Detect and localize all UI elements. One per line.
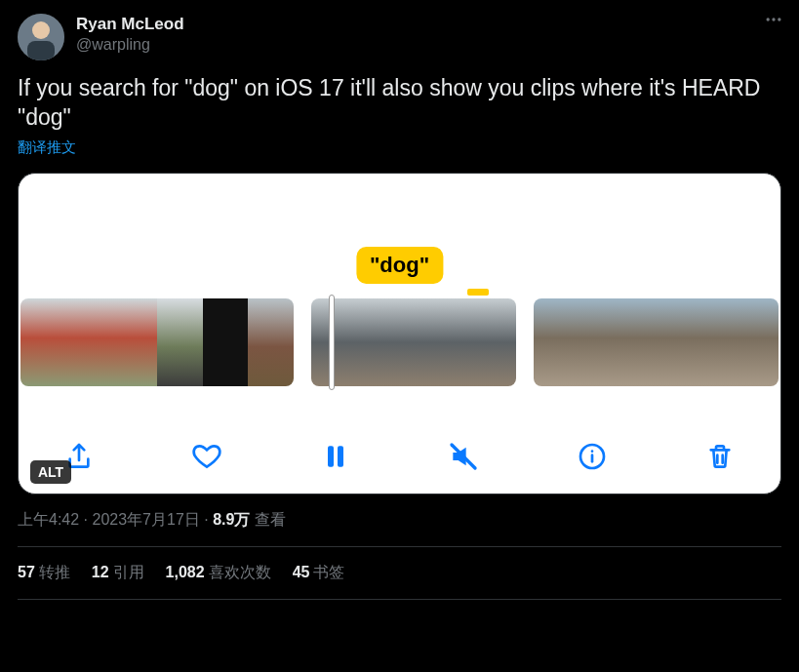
display-name: Ryan McLeod: [76, 14, 184, 35]
svg-rect-2: [27, 41, 55, 60]
more-icon[interactable]: [764, 10, 783, 34]
timeline-frame: [66, 298, 112, 386]
timeline-frame: [697, 298, 738, 386]
clip-group[interactable]: [311, 298, 516, 386]
svg-point-1: [32, 21, 50, 39]
svg-point-11: [590, 450, 593, 453]
timeline-frame: [575, 298, 616, 386]
tweet-meta: 上午4:42 · 2023年7月17日 · 8.9万 查看: [18, 510, 781, 547]
trash-icon[interactable]: [700, 437, 739, 476]
handle: @warpling: [76, 35, 184, 56]
clip-group[interactable]: [534, 298, 779, 386]
timeline-frame: [311, 298, 380, 386]
date[interactable]: 2023年7月17日: [92, 511, 199, 528]
caption-tooltip: "dog": [356, 247, 443, 284]
video-toolbar: [19, 437, 780, 476]
svg-rect-7: [338, 446, 343, 466]
video-timeline[interactable]: [19, 298, 780, 386]
info-icon[interactable]: [573, 437, 612, 476]
timeline-frame: [448, 298, 516, 386]
timeline-frame: [616, 298, 657, 386]
bookmarks-stat[interactable]: 45书签: [293, 563, 345, 583]
timeline-frame: [20, 298, 66, 386]
author-names[interactable]: Ryan McLeod @warpling: [76, 14, 184, 56]
avatar[interactable]: [18, 14, 64, 60]
caption-position-marker: [467, 289, 489, 296]
media-attachment[interactable]: "dog": [18, 173, 781, 494]
views-count[interactable]: 8.9万: [213, 511, 250, 528]
timeline-frame: [157, 298, 203, 386]
mute-icon[interactable]: [444, 437, 483, 476]
views-label: 查看: [255, 511, 286, 528]
alt-badge[interactable]: ALT: [30, 460, 71, 484]
tweet-container: Ryan McLeod @warpling If you search for …: [0, 0, 799, 600]
svg-rect-6: [328, 446, 334, 466]
timeline-frame: [656, 298, 697, 386]
timeline-frame: [738, 298, 779, 386]
likes-stat[interactable]: 1,082喜欢次数: [166, 563, 271, 583]
clip-group[interactable]: [20, 298, 294, 386]
pause-icon[interactable]: [316, 437, 355, 476]
timeline-frame: [203, 298, 249, 386]
timeline-frame: [534, 298, 575, 386]
reposts-stat[interactable]: 57转推: [18, 563, 70, 583]
tweet-header: Ryan McLeod @warpling: [18, 14, 781, 60]
svg-point-3: [767, 18, 770, 20]
translate-link[interactable]: 翻译推文: [18, 138, 781, 157]
timeline-frame: [380, 298, 448, 386]
timeline-frame: [111, 298, 157, 386]
svg-point-4: [772, 18, 775, 20]
tweet-stats: 57转推 12引用 1,082喜欢次数 45书签: [18, 547, 781, 600]
timeline-frame: [248, 298, 294, 386]
time[interactable]: 上午4:42: [18, 511, 79, 528]
heart-icon[interactable]: [187, 437, 226, 476]
tweet-text: If you search for "dog" on iOS 17 it'll …: [18, 74, 781, 133]
svg-point-5: [778, 18, 780, 20]
playhead[interactable]: [329, 295, 335, 390]
quotes-stat[interactable]: 12引用: [92, 563, 144, 583]
